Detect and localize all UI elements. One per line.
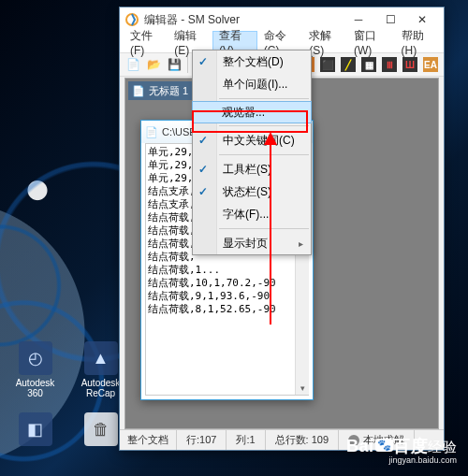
status-scope: 整个文档 <box>120 430 177 450</box>
check-icon: ✓ <box>198 55 208 68</box>
dd-label: 显示封页 <box>223 236 268 252</box>
dropdown-separator <box>219 125 309 126</box>
document-tab-label: 无标题 1 <box>149 84 188 98</box>
statusbar: 整个文档 行:107 列:1 总行数: 109 本地求解 <box>120 429 444 450</box>
app-title: 编辑器 - SM Solver <box>144 12 240 28</box>
tool-sq3[interactable]: ╱ <box>339 55 358 74</box>
dd-label: 状态栏(S) <box>223 184 271 200</box>
status-col: 列:1 <box>227 430 265 450</box>
check-icon: ✓ <box>198 163 208 176</box>
new-button[interactable]: 📄 <box>124 55 142 74</box>
dd-toolbar[interactable]: ✓工具栏(S) <box>193 158 311 180</box>
dd-statusbar[interactable]: ✓状态栏(S) <box>193 180 311 203</box>
menu-help[interactable]: 帮助(H) <box>395 32 440 52</box>
dropdown-separator <box>219 228 309 229</box>
submenu-arrow-icon: ▸ <box>299 238 303 249</box>
dropdown-separator <box>219 154 309 155</box>
menu-file[interactable]: 文件(F) <box>124 32 168 52</box>
dd-label: 整个文档(D) <box>223 54 284 70</box>
dd-label: 中文关键词(C) <box>223 133 295 149</box>
dd-label: 字体(F)... <box>223 207 269 223</box>
status-mode: 本地求解 <box>339 430 415 450</box>
scroll-down-button[interactable]: ▾ <box>296 381 309 395</box>
autodesk-recap-icon: ▲ <box>84 341 118 375</box>
desktop-icon-autodesk360[interactable]: ◴ Autodesk 360 <box>9 341 61 398</box>
document-icon: 📄 <box>145 126 158 138</box>
status-row: 行:107 <box>177 430 227 450</box>
desktop-icon-label: Autodesk 360 <box>9 378 61 398</box>
dd-chinese-kw[interactable]: ✓中文关键词(C) <box>193 129 311 151</box>
desktop-icon-unknown[interactable]: ◧ <box>9 412 61 459</box>
desktop-icons: ◴ Autodesk 360 ▲ Autodesk ReCap ◧ 🗑 <box>9 341 126 459</box>
tool-sq5[interactable]: Ⅲ <box>380 55 399 74</box>
status-indicator-icon <box>348 435 359 446</box>
status-mode-label: 本地求解 <box>363 433 404 447</box>
dd-label: 观览器... <box>222 105 265 121</box>
save-button[interactable]: 💾 <box>165 55 183 74</box>
tool-sq7[interactable]: EA <box>421 55 440 74</box>
check-icon: ✓ <box>198 134 208 147</box>
app-icon <box>125 13 139 26</box>
open-button[interactable]: 📂 <box>144 55 163 74</box>
check-icon: ✓ <box>198 185 208 198</box>
desktop-icon-label <box>99 449 102 459</box>
status-total: 总行数: 109 <box>266 430 339 450</box>
desktop-icon-label <box>34 449 37 459</box>
menu-window[interactable]: 窗口(W) <box>347 32 395 52</box>
dd-viewer[interactable]: 观览器... <box>192 101 312 123</box>
dd-whole-doc[interactable]: ✓整个文档(D) <box>193 50 311 73</box>
dd-font[interactable]: 字体(F)... <box>193 203 311 225</box>
toolbar-separator <box>187 56 188 73</box>
dd-label: 工具栏(S) <box>223 162 271 178</box>
tool-sq4[interactable]: ▦ <box>359 55 378 74</box>
autodesk360-icon: ◴ <box>19 341 52 375</box>
dd-single-question[interactable]: 单个问题(I)... <box>193 73 311 95</box>
dd-show-cover[interactable]: 显示封页▸ <box>193 232 311 254</box>
view-dropdown: ✓整个文档(D) 单个问题(I)... 观览器... ✓中文关键词(C) ✓工具… <box>192 50 312 255</box>
recycle-bin-icon: 🗑 <box>84 412 118 446</box>
dd-label: 单个问题(I)... <box>223 77 287 93</box>
generic-app-icon: ◧ <box>19 412 52 446</box>
tool-sq6[interactable]: Ш <box>401 55 419 74</box>
dropdown-separator <box>219 98 309 99</box>
tool-sq2[interactable]: ⬛ <box>318 55 337 74</box>
document-tab[interactable]: 无标题 1 <box>128 81 196 100</box>
